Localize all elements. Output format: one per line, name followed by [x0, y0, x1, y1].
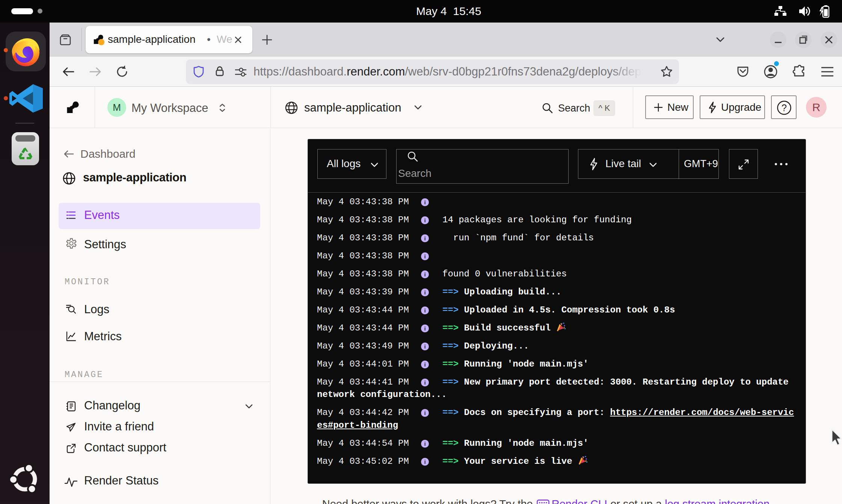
svg-text:?: ? — [782, 103, 787, 113]
